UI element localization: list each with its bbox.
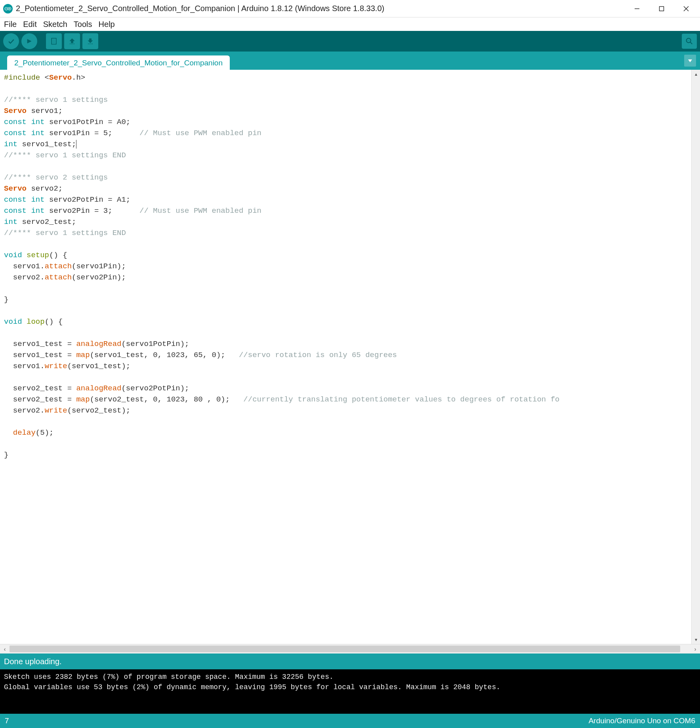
- window-titlebar: 2_Potentiometer_2_Servo_Controlled_Motio…: [0, 0, 700, 17]
- code-token: (servo2_test, 0, 1023, 80 , 0);: [90, 395, 244, 404]
- scroll-thumb[interactable]: [10, 646, 680, 652]
- console-line: Global variables use 53 bytes (2%) of dy…: [4, 683, 500, 691]
- code-token: //servo rotation is only 65 degrees: [239, 351, 397, 359]
- code-token: setup: [27, 251, 49, 260]
- tab-strip: 2_Potentiometer_2_Servo_Controlled_Motio…: [0, 52, 700, 70]
- window-minimize-button[interactable]: [625, 0, 649, 17]
- code-token: loop: [27, 317, 45, 326]
- code-token: () {: [45, 317, 63, 326]
- code-token: write: [45, 406, 67, 415]
- svg-marker-16: [88, 38, 93, 43]
- scroll-down-icon[interactable]: ▾: [692, 635, 700, 644]
- window-maximize-button[interactable]: [649, 0, 674, 17]
- code-token: //**** servo 1 settings END: [4, 151, 126, 160]
- code-token: analogRead: [76, 384, 121, 393]
- scroll-left-icon[interactable]: ‹: [0, 644, 10, 653]
- output-console[interactable]: Sketch uses 2382 bytes (7%) of program s…: [0, 669, 700, 714]
- toolbar: [0, 31, 700, 52]
- code-token: map: [76, 395, 90, 404]
- code-token: () {: [49, 251, 67, 260]
- horizontal-scrollbar[interactable]: ‹ ›: [0, 644, 700, 653]
- svg-line-19: [690, 42, 692, 44]
- code-token: int: [4, 218, 17, 226]
- code-token: servo2Pin = 3;: [45, 206, 139, 215]
- code-token: [27, 195, 31, 204]
- code-token: servo2_test;: [17, 218, 76, 226]
- code-token: const: [4, 118, 27, 126]
- menu-sketch[interactable]: Sketch: [41, 19, 70, 30]
- code-token: map: [76, 351, 90, 359]
- code-token: analogRead: [76, 340, 121, 348]
- code-token: (servo2Pin);: [72, 273, 126, 282]
- tab-menu-button[interactable]: [684, 55, 696, 67]
- status-message: Done uploading.: [4, 657, 62, 666]
- code-token: const: [4, 129, 27, 138]
- code-token: // Must use PWM enabled pin: [139, 206, 261, 215]
- verify-button[interactable]: [3, 33, 19, 49]
- code-token: (servo2PotPin);: [121, 384, 189, 393]
- vertical-scrollbar[interactable]: ▴ ▾: [691, 70, 700, 644]
- code-token: servo1.: [4, 262, 45, 271]
- code-token: servo2_test =: [4, 384, 76, 393]
- code-editor[interactable]: #include <Servo.h> //**** servo 1 settin…: [0, 70, 691, 644]
- menu-bar: File Edit Sketch Tools Help: [0, 17, 700, 31]
- code-token: // Must use PWM enabled pin: [139, 129, 261, 138]
- code-token: servo1;: [27, 107, 63, 115]
- code-token: (servo1_test, 0, 1023, 65, 0);: [90, 351, 239, 359]
- board-port-label: Arduino/Genuino Uno on COM6: [589, 717, 695, 725]
- code-token: (5);: [36, 428, 54, 437]
- window-title: 2_Potentiometer_2_Servo_Controlled_Motio…: [16, 4, 625, 13]
- code-token: //currently translating potentiometer va…: [243, 395, 559, 404]
- svg-marker-9: [27, 39, 31, 43]
- code-token: [27, 129, 31, 138]
- svg-rect-6: [660, 6, 664, 11]
- scroll-up-icon[interactable]: ▴: [692, 70, 700, 78]
- code-token: .h>: [72, 73, 85, 82]
- menu-tools[interactable]: Tools: [71, 19, 95, 30]
- menu-file[interactable]: File: [2, 19, 19, 30]
- menu-help[interactable]: Help: [96, 19, 117, 30]
- code-token: write: [45, 362, 67, 371]
- svg-marker-21: [688, 59, 692, 62]
- code-token: //**** servo 1 settings END: [4, 229, 126, 237]
- new-sketch-button[interactable]: [46, 33, 62, 49]
- code-token: servo2.: [4, 273, 45, 282]
- code-token: servo2;: [27, 184, 63, 193]
- code-token: <: [40, 73, 49, 82]
- code-token: }: [4, 295, 8, 304]
- editor-area: #include <Servo.h> //**** servo 1 settin…: [0, 70, 700, 644]
- scroll-right-icon[interactable]: ›: [690, 644, 700, 653]
- text-cursor: servo1_test;: [17, 140, 76, 149]
- code-token: int: [31, 206, 44, 215]
- code-token: servo1_test =: [4, 340, 76, 348]
- code-token: void: [4, 317, 22, 326]
- code-token: [27, 206, 31, 215]
- serial-monitor-button[interactable]: [682, 34, 697, 49]
- code-token: [4, 428, 13, 437]
- code-token: [27, 118, 31, 126]
- status-bar: Done uploading.: [0, 653, 700, 669]
- code-token: const: [4, 195, 27, 204]
- code-token: (servo1Pin);: [72, 262, 126, 271]
- code-token: int: [31, 195, 44, 204]
- code-token: int: [4, 140, 17, 149]
- line-number: 7: [5, 717, 9, 725]
- code-token: int: [31, 129, 44, 138]
- code-token: Servo: [4, 184, 27, 193]
- open-sketch-button[interactable]: [64, 33, 80, 49]
- menu-edit[interactable]: Edit: [21, 19, 39, 30]
- code-token: attach: [45, 262, 72, 271]
- code-token: servo2_test =: [4, 395, 76, 404]
- sketch-tab[interactable]: 2_Potentiometer_2_Servo_Controlled_Motio…: [7, 55, 230, 70]
- window-close-button[interactable]: [674, 0, 698, 17]
- arduino-app-icon: [3, 4, 13, 13]
- code-token: //**** servo 1 settings: [4, 96, 108, 104]
- code-token: //**** servo 2 settings: [4, 173, 108, 182]
- code-token: servo1PotPin = A0;: [45, 118, 131, 126]
- code-token: servo1Pin = 5;: [45, 129, 139, 138]
- upload-button[interactable]: [21, 33, 37, 49]
- save-sketch-button[interactable]: [82, 33, 98, 49]
- scroll-track[interactable]: [10, 644, 690, 653]
- console-line: Sketch uses 2382 bytes (7%) of program s…: [4, 673, 334, 681]
- svg-marker-14: [70, 38, 74, 43]
